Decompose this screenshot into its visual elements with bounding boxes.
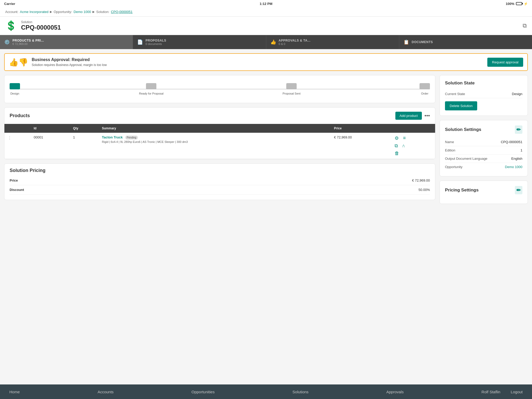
- tab-approvals[interactable]: 👍 APPROVALS & TA... 0 & 0: [266, 35, 399, 49]
- tab-documents[interactable]: 📋 DOCUMENTS: [399, 35, 532, 49]
- configure-icon[interactable]: ⚙: [395, 135, 399, 141]
- add-product-button[interactable]: Add product: [395, 112, 422, 120]
- product-action-icons: ⚙ ≡ ⧉ ⑃ 🗑: [395, 135, 432, 156]
- account-link[interactable]: Acme Incorporated: [20, 10, 49, 14]
- breadcrumb-arrow-2: ▶: [92, 10, 95, 14]
- time-label: 1:12 PM: [260, 2, 272, 6]
- product-description: Rigid | 6x4-4 | 9L 280hp Euro6 | AS Tron…: [102, 140, 328, 143]
- table-row: ⋮ 00001 1 Tacton Truck Pending Rigid | 6…: [4, 133, 435, 159]
- pricing-settings-card: Pricing Settings ✏: [440, 181, 528, 204]
- current-state-label: Current State: [445, 92, 465, 96]
- col-actions: [391, 124, 435, 133]
- duplicate-icon[interactable]: ⧉: [395, 143, 398, 149]
- right-panel: Solution State Current State Design Dele…: [440, 75, 528, 204]
- solution-state-card: Solution State Current State Design Dele…: [440, 75, 528, 116]
- main-content: Design Ready for Proposal Proposal Sent: [0, 75, 532, 208]
- status-bar: Carrier 1:12 PM 100% ⚡: [0, 0, 532, 7]
- link-icon[interactable]: ⑃: [402, 143, 405, 149]
- drag-handle-cell: ⋮: [4, 133, 31, 159]
- pricing-settings-edit-icon[interactable]: ✏: [515, 186, 522, 194]
- product-id-cell: 00001: [31, 133, 70, 159]
- breadcrumb: Account: Acme Incorporated ▶ Opportunity…: [0, 7, 532, 17]
- current-state-value: Design: [512, 92, 522, 96]
- settings-edition-label: Edition: [445, 148, 455, 152]
- left-panel: Design Ready for Proposal Proposal Sent: [4, 75, 435, 204]
- more-options-button[interactable]: •••: [424, 113, 430, 119]
- tab-documents-title: DOCUMENTS: [412, 40, 433, 44]
- stepper-step-ready[interactable]: Ready for Proposal: [139, 83, 163, 95]
- adjust-icon[interactable]: ≡: [403, 135, 406, 141]
- product-qty-cell: 1: [70, 133, 99, 159]
- pricing-settings-title: Pricing Settings: [445, 188, 478, 193]
- carrier-label: Carrier: [4, 2, 15, 6]
- product-summary-cell: Tacton Truck Pending Rigid | 6x4-4 | 9L …: [99, 133, 331, 159]
- header-subtitle: Solution: [21, 20, 61, 24]
- settings-language-label: Output Document Language: [445, 157, 487, 161]
- stepper-dot-design: [10, 83, 20, 89]
- approval-title: Business Approval: Required: [32, 57, 484, 62]
- settings-edition-value: 1: [521, 148, 522, 152]
- settings-name-value: CPQ-0000051: [501, 140, 522, 144]
- stepper-track: Design Ready for Proposal Proposal Sent: [10, 83, 430, 95]
- battery-percent: 100%: [506, 2, 514, 6]
- stepper-label-order: Order: [421, 92, 428, 95]
- pricing-settings-header: Pricing Settings ✏: [445, 186, 522, 194]
- tab-bar: ⚙️ PRODUCTS & PRI... € 72,969.00 📄 PROPO…: [0, 35, 532, 49]
- price-label: Price: [10, 178, 18, 182]
- approval-icon: 👍: [270, 39, 276, 45]
- delete-icon[interactable]: 🗑: [395, 151, 399, 156]
- pricing-section: Solution Pricing Price € 72,969.00 Disco…: [4, 164, 435, 200]
- stepper-card: Design Ready for Proposal Proposal Sent: [4, 75, 435, 103]
- tab-products[interactable]: ⚙️ PRODUCTS & PRI... € 72,969.00: [0, 35, 133, 49]
- col-drag: [4, 124, 31, 133]
- col-qty: Qty: [70, 124, 99, 133]
- solution-state-header: Solution State: [445, 81, 522, 86]
- settings-opportunity-link[interactable]: Demo 1000: [505, 165, 522, 169]
- tab-proposals[interactable]: 📄 PROPOSALS 0 documents: [133, 35, 266, 49]
- stepper-label-ready: Ready for Proposal: [139, 92, 163, 95]
- settings-language-value: English: [511, 157, 522, 161]
- tab-approvals-title: APPROVALS & TA...: [279, 39, 311, 42]
- stepper: Design Ready for Proposal Proposal Sent: [4, 75, 435, 103]
- battery-icon: [516, 2, 522, 5]
- stepper-step-order[interactable]: Order: [420, 83, 430, 95]
- tab-products-title: PRODUCTS & PRI...: [12, 39, 44, 42]
- header-title: CPQ-0000051: [21, 24, 61, 31]
- tab-approvals-subtitle: 0 & 0: [279, 42, 311, 45]
- solution-link[interactable]: CPQ-0000051: [111, 10, 132, 14]
- thumbs-icon: 👍👎: [9, 58, 28, 67]
- settings-opportunity-row: Opportunity Demo 1000: [445, 163, 522, 171]
- stepper-step-design[interactable]: Design: [10, 83, 20, 95]
- col-id: Id: [31, 124, 70, 133]
- product-name-link[interactable]: Tacton Truck: [102, 135, 123, 139]
- tab-proposals-title: PROPOSALS: [145, 39, 166, 42]
- stepper-dot-sent: [286, 83, 297, 89]
- tab-proposals-subtitle: 0 documents: [145, 42, 166, 45]
- products-title: Products: [10, 113, 30, 118]
- proposal-icon: 📄: [137, 39, 143, 45]
- copy-icon[interactable]: ⧉: [523, 22, 527, 29]
- discount-value: 50.00%: [418, 188, 430, 192]
- battery-area: 100% ⚡: [506, 2, 528, 6]
- approval-description: Solution requires Business Approval, mar…: [32, 63, 484, 67]
- current-state-row: Current State Design: [445, 90, 522, 98]
- product-price: € 72,969.00: [334, 135, 352, 139]
- drag-handle-icon[interactable]: ⋮: [8, 136, 12, 140]
- stepper-dot-order: [420, 83, 430, 89]
- solution-settings-card: Solution Settings ✏ Name CPQ-0000051 Edi…: [440, 120, 528, 176]
- products-header: Products Add product •••: [4, 108, 435, 124]
- delete-solution-button[interactable]: Delete Solution: [445, 101, 477, 110]
- header-left: 💲 Solution CPQ-0000051: [5, 20, 61, 31]
- opportunity-link[interactable]: Demo 1000: [74, 10, 91, 14]
- product-qty: 1: [73, 135, 75, 139]
- products-table: Id Qty Summary Price ⋮ 00001 1: [4, 124, 435, 159]
- request-approval-button[interactable]: Request approval: [487, 58, 523, 67]
- product-badge: Pending: [125, 136, 138, 139]
- stepper-step-sent[interactable]: Proposal Sent: [283, 83, 301, 95]
- solution-settings-header: Solution Settings ✏: [445, 125, 522, 134]
- documents-icon: 📋: [403, 39, 409, 45]
- settings-edit-icon[interactable]: ✏: [515, 125, 522, 134]
- table-header: Id Qty Summary Price: [4, 124, 435, 133]
- products-card: Products Add product ••• Id Qty Summary …: [4, 107, 435, 159]
- settings-language-row: Output Document Language English: [445, 155, 522, 163]
